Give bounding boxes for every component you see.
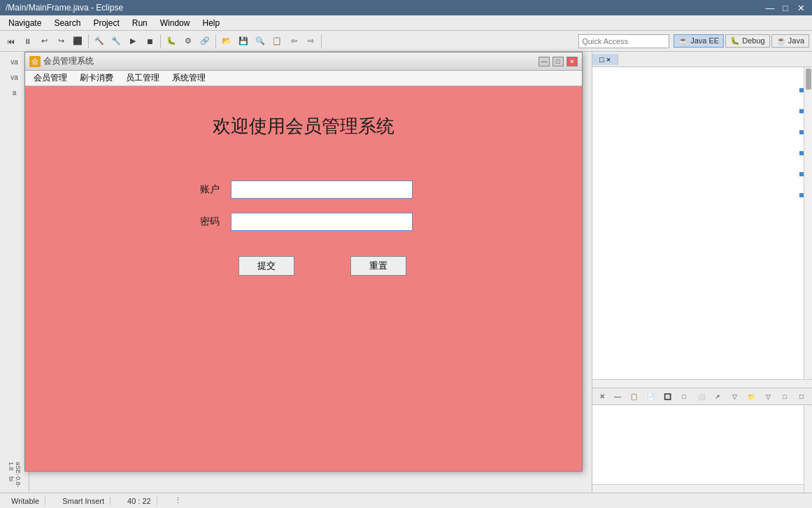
toolbar-btn-18[interactable]: ⇨ (303, 34, 318, 49)
toolbar-btn-7[interactable]: 🔧 (108, 34, 124, 49)
toolbar-sep-2 (160, 34, 161, 48)
toolbar-btn-6[interactable]: 🔨 (92, 34, 107, 49)
username-row: 账户 (194, 181, 413, 199)
dialog-menu-card[interactable]: 刷卡消费 (74, 71, 119, 85)
toolbar-btn-13[interactable]: 📂 (219, 34, 234, 49)
bottom-btn-r6[interactable]: ↗ (710, 389, 725, 404)
username-label: 账户 (194, 183, 220, 196)
perspective-debug[interactable]: 🐛 Debug (725, 34, 769, 48)
right-scrollbar-vertical[interactable] (804, 67, 812, 379)
status-writable: Writable (6, 497, 45, 505)
bottom-btn-maximize[interactable]: □ (794, 389, 809, 404)
eclipse-close-btn[interactable]: ✕ (795, 3, 806, 13)
dialog-close-btn[interactable]: ✕ (567, 57, 578, 66)
right-tabs-bar: □ × (592, 52, 812, 67)
toolbar-btn-17[interactable]: ⇦ (286, 34, 301, 49)
dialog-title-controls: — □ ✕ (539, 57, 578, 66)
sidebar-icon-label-2: va (10, 73, 18, 81)
status-more[interactable]: ⋮ (169, 496, 187, 505)
sidebar-icon-1[interactable]: va (3, 55, 26, 69)
eclipse-minimize-btn[interactable]: — (764, 3, 776, 13)
menu-navigate[interactable]: Navigate (3, 17, 47, 29)
dialog-menu-staff[interactable]: 员工管理 (120, 71, 165, 85)
marker-3 (799, 130, 804, 134)
sidebar-ase-label: aSE-1.8 (8, 462, 22, 476)
eclipse-toolbar: ⏮ ⏸ ↩ ↪ ⬛ 🔨 🔧 ▶ ⏹ 🐛 ⚙ 🔗 📂 💾 🔍 📋 ⇦ ⇨ Quic… (0, 31, 812, 52)
toolbar-btn-3[interactable]: ↩ (36, 34, 52, 49)
menu-run[interactable]: Run (127, 17, 153, 29)
reset-button[interactable]: 重置 (350, 256, 406, 276)
dialog-minimize-btn[interactable]: — (539, 57, 550, 66)
submit-button[interactable]: 提交 (238, 256, 294, 276)
toolbar-btn-1[interactable]: ⏮ (3, 34, 18, 49)
bottom-btn-r4[interactable]: □ (676, 389, 692, 404)
dialog-menu-system[interactable]: 系统管理 (166, 71, 211, 85)
eclipse-menubar: Navigate Search Project Run Window Help (0, 15, 812, 31)
dialog-welcome-text: 欢迎使用会员管理系统 (213, 114, 394, 139)
toolbar-btn-9[interactable]: ⏹ (142, 34, 157, 49)
toolbar-btn-16[interactable]: 📋 (269, 34, 285, 49)
bottom-btn-r2[interactable]: 📄 (643, 389, 658, 404)
eclipse-title: /Main/MainFrame.java - Eclipse (6, 3, 123, 13)
dialog-restore-btn[interactable]: □ (553, 57, 564, 66)
toolbar-btn-8[interactable]: ▶ (125, 34, 141, 49)
marker-1 (799, 88, 804, 92)
right-tab-1[interactable]: □ × (592, 54, 618, 65)
eclipse-titlebar-controls: — □ ✕ (764, 3, 806, 13)
dialog-icon-text: 会 (31, 57, 38, 66)
toolbar-btn-14[interactable]: 💾 (236, 34, 251, 49)
eclipse-titlebar: /Main/MainFrame.java - Eclipse — □ ✕ (0, 0, 812, 15)
toolbar-sep-1 (88, 34, 89, 48)
sidebar-icon-label-1: va (10, 58, 18, 66)
scrollbar-thumb (806, 69, 811, 90)
toolbar-btn-2[interactable]: ⏸ (20, 34, 35, 49)
bottom-btn-r1[interactable]: 📋 (626, 389, 641, 404)
bottom-btn-minimize[interactable]: — (611, 389, 625, 404)
sidebar-icon-3[interactable]: a (3, 85, 26, 99)
bottom-scrollbar-h[interactable] (592, 484, 804, 493)
dialog-window: 会 会员管理系统 — □ ✕ 会员管理 刷卡消费 员工管理 系统管理 欢迎使用会… (24, 52, 583, 472)
quick-access-input[interactable]: Quick Access (578, 34, 669, 48)
eclipse-statusbar: Writable Smart Insert 40 : 22 ⋮ (0, 493, 812, 508)
status-position: 40 : 22 (122, 497, 157, 505)
dialog-menu-member[interactable]: 会员管理 (28, 71, 73, 85)
bottom-btn-r7[interactable]: ▽ (727, 389, 742, 404)
bottom-btn-close[interactable]: ✕ (595, 389, 609, 404)
sidebar-ase: aSE-1.8 (3, 462, 26, 476)
eclipse-maximize-btn[interactable]: □ (780, 3, 791, 13)
menu-search[interactable]: Search (48, 17, 86, 29)
form-button-row: 提交 重置 (194, 256, 413, 276)
dialog-titlebar: 会 会员管理系统 — □ ✕ (25, 52, 582, 71)
quick-access-label: Quick Access (582, 37, 628, 45)
bottom-btn-r9[interactable]: ▽ (760, 389, 776, 404)
marker-2 (799, 109, 804, 113)
toolbar-btn-5[interactable]: ⬛ (70, 34, 85, 49)
bottom-btn-r10[interactable]: □ (777, 389, 792, 404)
bottom-btn-r3[interactable]: 🔲 (660, 389, 675, 404)
bottom-toolbar-right: 📋 📄 🔲 □ ⬜ ↗ ▽ 📁 ▽ □ □ (626, 389, 809, 404)
toolbar-btn-10[interactable]: 🐛 (164, 34, 179, 49)
marker-6 (799, 193, 804, 197)
dialog-title-text: 会员管理系统 (43, 55, 536, 67)
eclipse-right-panel: □ × ✕ — (592, 52, 812, 493)
bottom-toolbar: ✕ — 📋 📄 🔲 □ ⬜ ↗ ▽ 📁 ▽ □ □ (592, 388, 812, 405)
password-input[interactable] (231, 213, 413, 231)
right-scrollbar-horizontal[interactable] (592, 379, 812, 388)
bottom-btn-r5[interactable]: ⬜ (693, 389, 708, 404)
perspective-javaee[interactable]: ☕ Java EE (674, 34, 724, 48)
dialog-content: 欢迎使用会员管理系统 账户 密码 提交 重置 (25, 86, 582, 471)
toolbar-btn-11[interactable]: ⚙ (180, 34, 196, 49)
toolbar-btn-4[interactable]: ↪ (53, 34, 69, 49)
menu-window[interactable]: Window (155, 17, 196, 29)
password-row: 密码 (194, 213, 413, 231)
sidebar-icon-2[interactable]: va (3, 70, 26, 84)
perspective-java[interactable]: ☕ Java (771, 34, 809, 48)
username-input[interactable] (231, 181, 413, 199)
bottom-scrollbar-v[interactable] (804, 405, 812, 493)
menu-help[interactable]: Help (197, 17, 225, 29)
marker-5 (799, 172, 804, 176)
bottom-btn-r8[interactable]: 📁 (743, 389, 759, 404)
menu-project[interactable]: Project (87, 17, 124, 29)
toolbar-btn-12[interactable]: 🔗 (197, 34, 213, 49)
toolbar-btn-15[interactable]: 🔍 (252, 34, 268, 49)
